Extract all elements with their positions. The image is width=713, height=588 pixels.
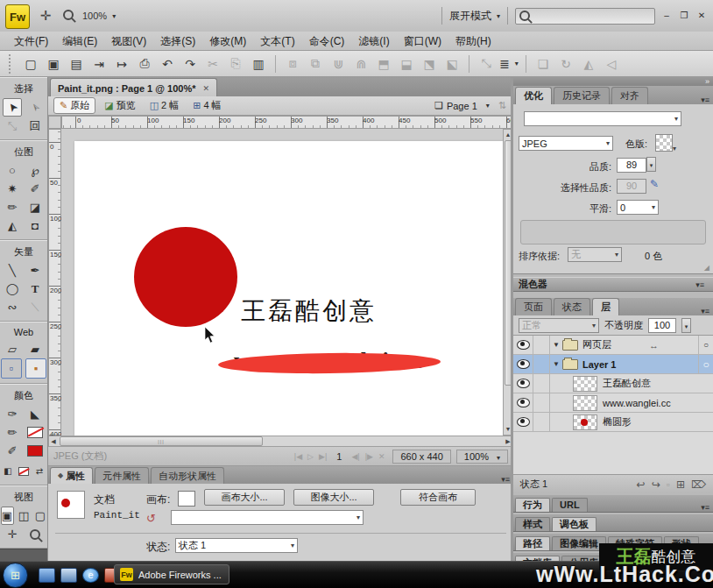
eraser-tool[interactable]: ◪	[25, 198, 45, 216]
fill-color-icon[interactable]: ✐	[3, 442, 22, 460]
default-colors-button[interactable]: ◧	[2, 462, 14, 480]
switch-windows-icon[interactable]	[60, 568, 77, 583]
zoom-level-dropdown-icon[interactable]: ▾	[112, 12, 116, 20]
hide-slices-button[interactable]: ▫	[1, 358, 22, 379]
full-screen-menu-mode-button[interactable]: ◫	[18, 507, 31, 525]
layer-row-web-layer[interactable]: ▼ 网页层 ↔ ○	[513, 336, 713, 355]
export-format-dropdown[interactable]: JPEG▾	[519, 136, 613, 151]
zoom-tool-icon[interactable]	[63, 10, 74, 23]
line-tool[interactable]: ╲	[3, 261, 22, 280]
sort-by-dropdown[interactable]: 无▾	[568, 247, 622, 262]
stroke-color-icon[interactable]: ✏	[3, 423, 22, 442]
object-name[interactable]: 椭圆形	[603, 415, 632, 429]
blur-tool[interactable]: ◭	[3, 216, 22, 235]
two-up-view-button[interactable]: ◫2 幅	[145, 98, 185, 113]
behaviors-panel-menu-icon[interactable]: ▾≡	[701, 503, 713, 512]
layer-select-radio[interactable]: ○	[698, 336, 713, 354]
knife-tool[interactable]: ⟍	[25, 298, 45, 316]
show-desktop-icon[interactable]	[39, 568, 55, 583]
text-tool[interactable]: T	[25, 280, 45, 298]
menu-edit[interactable]: 编辑(E)	[55, 32, 104, 51]
standard-screen-mode-button[interactable]: ▣	[1, 507, 14, 525]
tab-image-edit[interactable]: 图像编辑	[552, 536, 606, 550]
stop-button[interactable]: ✕	[378, 452, 385, 461]
swap-colors-button[interactable]: ⇄	[33, 462, 46, 480]
tab-pages[interactable]: 页面	[515, 298, 552, 315]
tab-autoshape-properties[interactable]: 自动形状属性	[151, 467, 224, 484]
tab-layers[interactable]: 层	[592, 298, 619, 315]
layer-name[interactable]: 网页层	[582, 338, 611, 351]
close-button[interactable]: ✕	[695, 11, 708, 21]
layers-panel-menu-icon[interactable]: ▾≡	[701, 307, 713, 315]
send-back-button[interactable]: ⬕	[441, 54, 462, 74]
blend-mode-dropdown[interactable]: 正常▾	[519, 318, 599, 333]
restore-button[interactable]: ❐	[678, 11, 690, 21]
slice-tool[interactable]: ▰	[25, 340, 45, 358]
scroll-left-icon[interactable]: ◀	[49, 436, 58, 447]
export-area-button[interactable]: ❏	[533, 54, 554, 74]
zoom-indicator[interactable]: 100% ▾	[456, 450, 508, 464]
pan-hand-tool[interactable]: ✛	[3, 525, 22, 543]
freeform-tool[interactable]: ∾	[3, 298, 22, 316]
eyedropper-tool[interactable]: ✑	[3, 405, 22, 423]
canvas-size-button[interactable]: 画布大小...	[204, 489, 285, 506]
menu-file[interactable]: 文件(F)	[7, 32, 55, 51]
tab-path[interactable]: 路径	[515, 536, 550, 550]
object-name[interactable]: 王磊酷创意	[603, 377, 651, 390]
layer-name[interactable]: Layer 1	[582, 359, 617, 370]
marquee-tool[interactable]: ○	[3, 161, 22, 180]
menu-text[interactable]: 文本(T)	[253, 32, 301, 51]
tab-properties[interactable]: ◆属性	[50, 467, 93, 484]
canvas-heading-text[interactable]: 王磊酷创意	[241, 294, 377, 328]
internet-explorer-icon[interactable]: e	[82, 568, 99, 583]
zoom-level-value[interactable]: 100%	[82, 11, 107, 21]
tab-palette[interactable]: 调色板	[552, 517, 597, 531]
tab-url[interactable]: URL	[552, 498, 588, 512]
pointer-tool[interactable]: ➤	[3, 98, 22, 117]
horizontal-scrollbar[interactable]: ◀ ||| ▶	[48, 436, 513, 447]
fit-canvas-button[interactable]: 符合画布	[400, 489, 476, 506]
pencil-tool[interactable]: ✏	[3, 198, 22, 216]
quality-input[interactable]: 89	[617, 158, 646, 173]
menu-commands[interactable]: 命令(C)	[302, 32, 352, 51]
magic-wand-tool[interactable]: ✷	[3, 180, 22, 198]
visibility-eye-icon[interactable]	[513, 355, 533, 373]
optimize-panel-menu-icon[interactable]: ▾≡	[701, 96, 713, 104]
tab-states[interactable]: 状态	[554, 298, 590, 315]
rotate-button[interactable]: ↻	[555, 54, 576, 74]
workspace-dropdown-icon[interactable]: ▾	[497, 12, 500, 20]
ellipse-tool[interactable]: ◯	[3, 280, 22, 298]
menu-modify[interactable]: 修改(M)	[202, 32, 253, 51]
previous-state-button[interactable]: ◀|	[351, 452, 359, 461]
layer-row-layer1[interactable]: ▼ Layer 1 ○	[513, 355, 713, 374]
original-view-button[interactable]: ✎原始	[53, 97, 95, 114]
expand-arrow-icon[interactable]: ▼	[553, 341, 560, 349]
layer-select-radio[interactable]: ○	[698, 355, 713, 373]
fireworks-task-button[interactable]: Fw Adobe Fireworks ...	[114, 564, 229, 584]
send-backward-button[interactable]: ⬔	[419, 54, 440, 74]
ruler-origin-corner[interactable]	[48, 116, 61, 129]
menu-help[interactable]: 帮助(H)	[448, 32, 498, 51]
opacity-slider-icon[interactable]: ▾	[681, 318, 691, 333]
state-back-icon[interactable]: ↩	[637, 478, 646, 491]
document-tab[interactable]: Paint_it.png : Page 1 @ 100%* ✕	[50, 78, 217, 97]
menu-filters[interactable]: 滤镜(I)	[351, 32, 396, 51]
four-up-view-button[interactable]: ⊞4 幅	[187, 98, 226, 113]
tab-history[interactable]: 历史记录	[554, 87, 610, 104]
magnify-tool[interactable]	[25, 525, 45, 543]
paste-button[interactable]: ▥	[248, 54, 269, 74]
ungroup-button[interactable]: ⧉	[305, 54, 326, 74]
stroke-color-swatch[interactable]	[25, 423, 45, 442]
copy-button[interactable]: ⎘	[225, 54, 246, 74]
minimize-button[interactable]: –	[660, 11, 673, 21]
delete-layer-icon[interactable]: ⌦	[691, 478, 706, 491]
collapse-to-icons-button[interactable]: »	[513, 77, 713, 86]
tab-align[interactable]: 对齐	[611, 87, 648, 104]
free-transform-button[interactable]: ⤡	[476, 54, 497, 74]
saved-settings-dropdown[interactable]: ▾	[524, 111, 681, 126]
horizontal-scrollbar-thumb[interactable]: |||	[60, 436, 263, 446]
pen-tool[interactable]: ✒	[25, 261, 45, 280]
paint-bucket-tool[interactable]: ◣	[25, 405, 45, 423]
subselection-tool[interactable]: ➣	[25, 98, 45, 117]
lasso-tool[interactable]: ℘	[25, 161, 45, 180]
